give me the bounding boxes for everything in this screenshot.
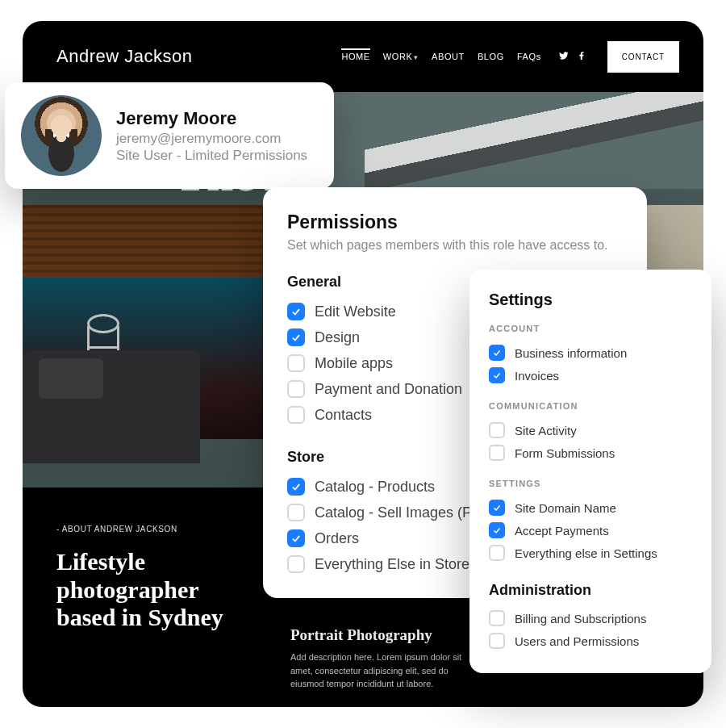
perm-item-label: Everything Else in Store [315, 556, 469, 573]
checkbox[interactable] [287, 529, 305, 547]
user-info: Jeremy Moore jeremy@jeremymoore.com Site… [116, 108, 307, 164]
avatar [21, 95, 102, 176]
admin-item: Users and Permissions [489, 630, 692, 652]
settings-groups: ACCOUNTBusiness informationInvoicesCOMMU… [489, 324, 692, 564]
perm-item-label: Payment and Donation [315, 381, 462, 398]
checkbox[interactable] [287, 504, 305, 521]
settings-item: Form Submissions [489, 441, 692, 464]
checkbox[interactable] [287, 555, 305, 573]
settings-group-label: ACCOUNT [489, 324, 692, 333]
settings-item: Site Domain Name [489, 496, 692, 519]
checkbox[interactable] [287, 328, 305, 346]
perm-item-label: Catalog - Products [315, 479, 435, 496]
perm-item-label: Orders [315, 530, 359, 547]
settings-item: Everything else in Settings [489, 542, 692, 564]
settings-title: Settings [489, 291, 692, 309]
nav-blog[interactable]: BLOG [478, 48, 504, 65]
contact-button[interactable]: CONTACT [607, 41, 679, 73]
checkbox[interactable] [287, 406, 305, 424]
user-name: Jeremy Moore [116, 108, 307, 129]
settings-item-label: Form Submissions [515, 446, 615, 460]
nav-home[interactable]: HOME [341, 48, 369, 65]
settings-item-label: Site Activity [515, 424, 577, 437]
user-role: Site User - Limited Permissions [116, 148, 307, 164]
checkbox[interactable] [287, 380, 305, 398]
settings-item: Business information [489, 341, 692, 364]
perm-item-label: Contacts [315, 407, 372, 424]
administration-items: Billing and SubscriptionsUsers and Permi… [489, 607, 692, 652]
settings-item-label: Everything else in Settings [515, 546, 657, 560]
settings-item-label: Accept Payments [515, 524, 609, 538]
nav-faqs[interactable]: FAQs [517, 48, 541, 65]
site-name: Andrew Jackson [56, 46, 192, 67]
settings-panel: Settings ACCOUNTBusiness informationInvo… [469, 270, 711, 673]
user-card: Jeremy Moore jeremy@jeremymoore.com Site… [5, 82, 334, 189]
settings-item-label: Business information [515, 346, 627, 360]
user-email: jeremy@jeremymoore.com [116, 131, 307, 147]
settings-item: Accept Payments [489, 519, 692, 542]
checkbox[interactable] [489, 545, 505, 561]
checkbox[interactable] [287, 303, 305, 320]
admin-item-label: Billing and Subscriptions [515, 612, 646, 625]
admin-item: Billing and Subscriptions [489, 607, 692, 630]
perm-item-label: Design [315, 329, 360, 346]
checkbox[interactable] [489, 422, 505, 438]
perm-item-label: Catalog - Sell Images (P [315, 504, 472, 521]
settings-item-label: Site Domain Name [515, 501, 616, 515]
checkbox[interactable] [489, 445, 505, 461]
about-column: - ABOUT ANDREW JACKSON Lifestyle photogr… [56, 525, 258, 688]
checkbox[interactable] [489, 610, 505, 626]
twitter-icon[interactable] [559, 49, 569, 64]
portrait-desc: Add description here. Lorem ipsum dolor … [290, 651, 476, 691]
checkbox[interactable] [489, 522, 505, 538]
checkbox[interactable] [287, 478, 305, 496]
settings-item: Invoices [489, 364, 692, 387]
social-icons [559, 49, 586, 64]
facebook-icon[interactable] [577, 49, 586, 64]
checkbox[interactable] [489, 367, 505, 383]
about-heading: Lifestyle photographer based in Sydney [56, 548, 258, 632]
topbar: Andrew Jackson HOME WORK▾ ABOUT BLOG FAQ… [23, 21, 703, 92]
nav-about[interactable]: ABOUT [432, 48, 465, 65]
settings-group-label: COMMUNICATION [489, 401, 692, 411]
checkbox[interactable] [287, 354, 305, 372]
admin-item-label: Users and Permissions [515, 634, 639, 648]
permissions-title: Permissions [287, 211, 623, 233]
settings-item: Site Activity [489, 419, 692, 441]
checkbox[interactable] [489, 500, 505, 516]
nav-work[interactable]: WORK▾ [383, 48, 419, 65]
nav-work-label: WORK [383, 52, 413, 61]
checkbox[interactable] [489, 633, 505, 649]
checkbox[interactable] [489, 345, 505, 361]
main-nav: HOME WORK▾ ABOUT BLOG FAQs CONTACT [341, 41, 679, 73]
settings-group-label: SETTINGS [489, 479, 692, 488]
perm-item-label: Mobile apps [315, 355, 393, 372]
administration-title: Administration [489, 582, 692, 599]
settings-item-label: Invoices [515, 369, 559, 383]
permissions-subtitle: Set which pages members with this role h… [287, 238, 623, 253]
about-eyebrow: - ABOUT ANDREW JACKSON [56, 525, 258, 533]
perm-item-label: Edit Website [315, 303, 396, 320]
chevron-down-icon: ▾ [414, 53, 419, 61]
